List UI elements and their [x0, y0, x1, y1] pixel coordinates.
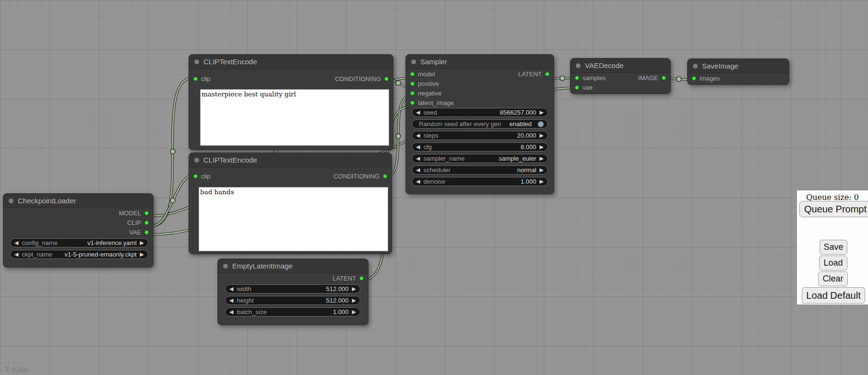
output-port-model[interactable] — [144, 211, 149, 215]
execution-timer-label: T: 0.00s — [5, 366, 28, 374]
input-port-vae[interactable] — [575, 85, 579, 90]
input-port-samples[interactable] — [575, 76, 579, 80]
output-port-conditioning[interactable] — [384, 77, 389, 81]
input-port-latent-image[interactable] — [410, 101, 415, 105]
graph-canvas[interactable]: CheckpointLoader MODEL CLIP VAE ◀ config… — [0, 0, 868, 375]
widget-label: seed — [423, 109, 437, 116]
output-port-vae[interactable] — [144, 230, 149, 234]
widget-label: Random seed after every gen — [416, 120, 501, 128]
widget-height[interactable]: ◀ height 512.000 ▶ — [225, 296, 360, 305]
input-port-clip[interactable] — [193, 174, 198, 178]
node-clip-text-encode-negative[interactable]: CLIPTextEncode clip CONDITIONING bad han… — [189, 152, 392, 254]
decrement-arrow-icon[interactable]: ◀ — [416, 179, 420, 184]
widget-value: 512.000 — [326, 297, 349, 304]
increment-arrow-icon[interactable]: ▶ — [140, 240, 144, 246]
decrement-arrow-icon[interactable]: ◀ — [416, 144, 420, 150]
load-button[interactable]: Load — [819, 256, 847, 270]
node-header[interactable]: SaveImage — [688, 59, 789, 73]
widget-value: 8566257.000 — [500, 109, 536, 116]
decrement-arrow-icon[interactable]: ◀ — [14, 252, 18, 257]
node-header[interactable]: VAEDecode — [571, 59, 670, 73]
node-header[interactable]: CLIPTextEncode — [189, 153, 392, 167]
link-clip-to-negative-encode — [154, 176, 192, 225]
increment-arrow-icon[interactable]: ▶ — [540, 110, 544, 115]
input-port-positive[interactable] — [410, 82, 415, 86]
widget-sampler-name[interactable]: ◀ sampler_name sample_euler ▶ — [412, 154, 548, 163]
node-save-image[interactable]: SaveImage images — [687, 59, 789, 85]
widget-seed[interactable]: ◀ seed 8566257.000 ▶ — [412, 108, 548, 117]
node-header[interactable]: Sampler — [406, 55, 554, 69]
widget-width[interactable]: ◀ width 512.000 ▶ — [225, 284, 360, 293]
collapse-dot-icon[interactable] — [576, 63, 581, 68]
decrement-arrow-icon[interactable]: ◀ — [416, 167, 420, 173]
save-button[interactable]: Save — [820, 240, 847, 255]
widget-scheduler[interactable]: ◀ scheduler normal ▶ — [412, 165, 548, 175]
link-clip-to-positive-encode — [154, 78, 192, 225]
widget-cfg[interactable]: ◀ cfg 8.000 ▶ — [412, 142, 548, 152]
output-port-conditioning[interactable] — [383, 174, 387, 178]
input-port-negative[interactable] — [410, 91, 415, 95]
node-header[interactable]: EmptyLatentImage — [218, 259, 368, 273]
decrement-arrow-icon[interactable]: ◀ — [416, 156, 420, 161]
toggle-circle-icon[interactable] — [538, 121, 544, 127]
node-checkpoint-loader[interactable]: CheckpointLoader MODEL CLIP VAE ◀ config… — [3, 193, 154, 268]
output-label-conditioning: CONDITIONING — [335, 75, 381, 82]
prompt-text-input[interactable]: masterpiece best quality girl — [200, 89, 389, 146]
input-port-clip[interactable] — [193, 77, 198, 81]
output-port-clip[interactable] — [144, 221, 149, 225]
node-vae-decode[interactable]: VAEDecode samples IMAGE vae — [570, 58, 671, 94]
widget-batch-size[interactable]: ◀ batch_size 1.000 ▶ — [225, 307, 360, 316]
increment-arrow-icon[interactable]: ▶ — [352, 286, 356, 292]
widget-denoise[interactable]: ◀ denoise 1.000 ▶ — [412, 177, 548, 186]
output-port-latent[interactable] — [545, 72, 549, 76]
node-title: CheckpointLoader — [18, 197, 76, 205]
collapse-dot-icon[interactable] — [9, 199, 13, 203]
increment-arrow-icon[interactable]: ▶ — [140, 252, 144, 257]
prompt-text-input[interactable]: bad hands — [199, 187, 388, 251]
queue-prompt-button[interactable]: Queue Prompt — [799, 201, 868, 217]
increment-arrow-icon[interactable]: ▶ — [540, 167, 544, 173]
output-port-image[interactable] — [662, 76, 666, 80]
node-sampler[interactable]: Sampler model LATENT positive negative l… — [405, 54, 554, 194]
link-midpoint-dot — [396, 134, 401, 139]
widget-ckpt-name[interactable]: ◀ ckpt_name v1-5-pruned-emaonly.ckpt ▶ — [10, 250, 148, 259]
node-header[interactable]: CheckpointLoader — [3, 194, 153, 208]
node-clip-text-encode-positive[interactable]: CLIPTextEncode clip CONDITIONING masterp… — [189, 54, 393, 150]
clear-button[interactable]: Clear — [818, 271, 848, 286]
increment-arrow-icon[interactable]: ▶ — [540, 144, 544, 150]
collapse-dot-icon[interactable] — [194, 59, 199, 64]
widget-config-name[interactable]: ◀ config_name v1-inference.yaml ▶ — [10, 238, 148, 247]
output-label-image: IMAGE — [638, 74, 658, 82]
increment-arrow-icon[interactable]: ▶ — [352, 309, 356, 315]
widget-label: ckpt_name — [22, 251, 52, 258]
increment-arrow-icon[interactable]: ▶ — [540, 156, 544, 161]
widget-random-seed-toggle[interactable]: Random seed after every gen enabled — [412, 119, 548, 129]
collapse-dot-icon[interactable] — [223, 264, 228, 269]
decrement-arrow-icon[interactable]: ◀ — [416, 110, 420, 115]
widget-value: 8.000 — [521, 143, 536, 151]
input-port-images[interactable] — [692, 76, 696, 81]
decrement-arrow-icon[interactable]: ◀ — [229, 286, 233, 292]
decrement-arrow-icon[interactable]: ◀ — [229, 298, 233, 303]
input-port-model[interactable] — [410, 72, 415, 76]
input-label-negative: negative — [418, 90, 441, 97]
widget-label: batch_size — [237, 308, 266, 316]
node-title: Sampler — [420, 58, 447, 66]
node-header[interactable]: CLIPTextEncode — [189, 55, 393, 69]
increment-arrow-icon[interactable]: ▶ — [540, 133, 544, 138]
node-empty-latent-image[interactable]: EmptyLatentImage LATENT ◀ width 512.000 … — [217, 258, 369, 325]
decrement-arrow-icon[interactable]: ◀ — [229, 309, 233, 315]
collapse-dot-icon[interactable] — [194, 158, 199, 163]
widget-steps[interactable]: ◀ steps 20.000 ▶ — [412, 131, 548, 140]
widget-label: denoise — [423, 178, 445, 185]
increment-arrow-icon[interactable]: ▶ — [540, 179, 544, 184]
load-default-button[interactable]: Load Default — [802, 287, 865, 304]
increment-arrow-icon[interactable]: ▶ — [352, 298, 356, 303]
link-midpoint-dot — [170, 149, 175, 154]
decrement-arrow-icon[interactable]: ◀ — [416, 133, 420, 138]
output-port-latent[interactable] — [359, 276, 364, 281]
collapse-dot-icon[interactable] — [693, 64, 698, 69]
decrement-arrow-icon[interactable]: ◀ — [14, 240, 18, 246]
widget-label: height — [237, 297, 253, 304]
collapse-dot-icon[interactable] — [411, 59, 416, 64]
